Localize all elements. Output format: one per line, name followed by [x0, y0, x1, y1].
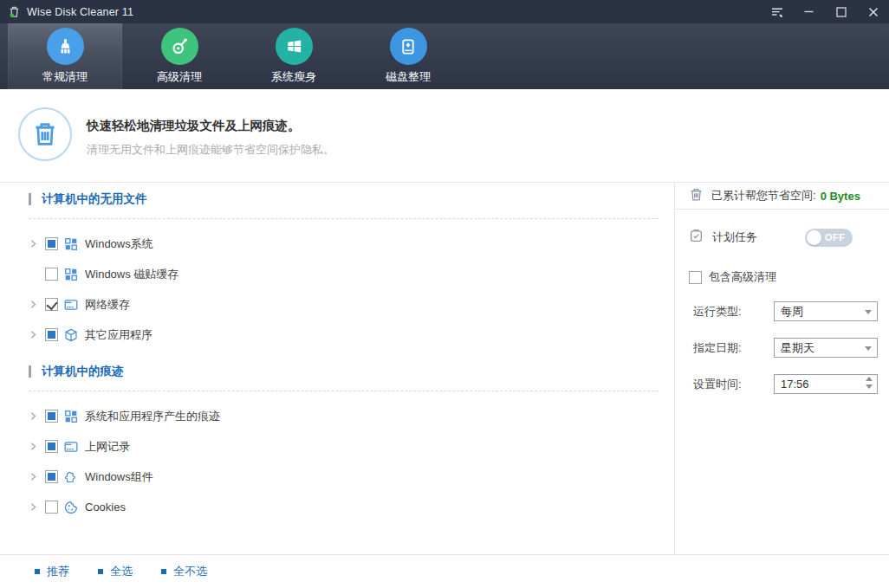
tree-row[interactable]: Cookies: [0, 492, 674, 522]
item-checkbox[interactable]: [45, 470, 58, 483]
item-label: 系统和应用程序产生的痕迹: [85, 409, 220, 424]
chevron-placeholder: [29, 268, 40, 280]
field-label: 运行类型:: [693, 304, 774, 320]
minimize-icon[interactable]: [793, 0, 825, 23]
item-checkbox[interactable]: [45, 410, 58, 423]
tree-row[interactable]: Windows组件: [0, 462, 674, 492]
footer-link-recommended[interactable]: 推荐: [35, 564, 69, 579]
footer-link-label: 全不选: [173, 564, 207, 579]
section-bar: [29, 193, 31, 205]
selected-value: 星期天: [781, 340, 814, 356]
browser-icon: [64, 440, 78, 454]
trash-circle-icon: [18, 107, 72, 161]
tree-row[interactable]: 上网记录: [0, 431, 674, 462]
maximize-icon[interactable]: [825, 0, 857, 23]
schedule-panel: 已累计帮您节省空间: 0 Bytes 计划任务 OFF 包含高级清理 运行类型:…: [674, 183, 889, 554]
chevron-down-icon: [865, 346, 872, 351]
item-checkbox[interactable]: [45, 298, 58, 311]
chevron-right-icon[interactable]: [29, 441, 40, 452]
item-checkbox[interactable]: [45, 268, 58, 281]
footer-link-label: 全选: [110, 564, 133, 579]
window-title: Wise Disk Cleaner 11: [27, 6, 133, 18]
trash-icon: [689, 187, 704, 205]
dashed-divider: [29, 391, 659, 391]
run-time-spinner[interactable]: 17:56: [774, 374, 878, 394]
form-row-run-time: 设置时间:17:56: [675, 374, 889, 394]
tab-system-slim[interactable]: 系统瘦身: [237, 23, 351, 89]
section-title: 计算机中的痕迹: [42, 364, 124, 379]
clipboard-check-icon: [689, 229, 704, 247]
section-title: 计算机中的无用文件: [42, 191, 147, 207]
item-label: Windows组件: [85, 469, 153, 485]
header: 快速轻松地清理垃圾文件及上网痕迹。 清理无用文件和上网痕迹能够节省空间保护隐私。…: [0, 89, 889, 183]
item-label: 网络缓存: [85, 297, 130, 313]
square-bullet-icon: [35, 569, 40, 574]
tiles-icon: [64, 268, 78, 281]
tab-label: 常规清理: [42, 69, 88, 85]
broom-icon: [47, 28, 84, 65]
cookie-icon: [64, 501, 78, 514]
tab-advanced-clean[interactable]: 高级清理: [122, 23, 237, 89]
chevron-right-icon[interactable]: [29, 410, 40, 422]
square-bullet-icon: [98, 569, 103, 574]
section-bar: [29, 365, 31, 378]
spinner-arrows[interactable]: [866, 377, 873, 389]
toggle-knob: [807, 230, 821, 245]
tree-row[interactable]: 其它应用程序: [0, 320, 674, 350]
item-checkbox[interactable]: [45, 237, 58, 250]
item-checkbox[interactable]: [45, 328, 58, 341]
dashed-divider: [29, 218, 659, 219]
item-label: Cookies: [85, 501, 126, 514]
selected-value: 每周: [781, 304, 803, 320]
item-checkbox[interactable]: [45, 501, 58, 514]
browser-icon: [64, 298, 78, 312]
include-advanced-row: 包含高级清理: [675, 269, 889, 285]
schedule-toggle[interactable]: OFF: [805, 229, 853, 247]
chevron-right-icon[interactable]: [29, 299, 40, 310]
form-row-run-day: 指定日期:星期天: [675, 338, 889, 358]
cleanup-tree: 计算机中的无用文件Windows系统Windows 磁贴缓存网络缓存其它应用程序…: [0, 183, 674, 554]
run-day-dropdown[interactable]: 星期天: [774, 338, 878, 358]
item-label: 上网记录: [85, 439, 130, 455]
tree-row[interactable]: 系统和应用程序产生的痕迹: [0, 401, 674, 431]
square-bullet-icon: [161, 569, 166, 574]
savings-label: 已累计帮您节省空间:: [711, 188, 816, 204]
footer-link-select-none[interactable]: 全不选: [161, 564, 207, 579]
schedule-label: 计划任务: [712, 229, 757, 245]
tree-row[interactable]: Windows 磁贴缓存: [0, 259, 674, 289]
savings-row: 已累计帮您节省空间: 0 Bytes: [675, 183, 889, 210]
time-value: 17:56: [781, 378, 809, 391]
cube-icon: [64, 328, 78, 342]
nav-tabs: 常规清理高级清理系统瘦身磁盘整理: [0, 23, 889, 89]
footer-link-select-all[interactable]: 全选: [98, 564, 133, 579]
tree-row[interactable]: 网络缓存: [0, 289, 674, 320]
navbar: 常规清理高级清理系统瘦身磁盘整理: [0, 23, 889, 89]
footer-link-label: 推荐: [47, 564, 69, 579]
chevron-right-icon[interactable]: [29, 329, 40, 340]
chevron-right-icon[interactable]: [29, 471, 40, 482]
titlebar: Wise Disk Cleaner 11: [0, 0, 889, 23]
page-subtitle: 清理无用文件和上网痕迹能够节省空间保护隐私。: [87, 142, 334, 158]
chevron-right-icon[interactable]: [29, 501, 40, 513]
disk-icon: [390, 28, 427, 65]
menu-icon[interactable]: [761, 0, 793, 23]
run-type-dropdown[interactable]: 每周: [774, 301, 878, 321]
item-checkbox[interactable]: [45, 440, 58, 453]
tab-disk-defrag[interactable]: 磁盘整理: [351, 23, 465, 89]
main-content: 计算机中的无用文件Windows系统Windows 磁贴缓存网络缓存其它应用程序…: [0, 183, 889, 554]
close-icon[interactable]: [857, 0, 889, 23]
item-label: Windows系统: [85, 236, 153, 252]
form-row-run-type: 运行类型:每周: [675, 301, 889, 321]
tiles-icon: [64, 237, 78, 251]
tab-label: 高级清理: [157, 69, 202, 85]
tab-common-clean[interactable]: 常规清理: [8, 23, 122, 89]
footer: 推荐全选全不选: [0, 554, 889, 588]
tree-row[interactable]: Windows系统: [0, 229, 674, 259]
include-advanced-label: 包含高级清理: [709, 269, 776, 285]
page-title: 快速轻松地清理垃圾文件及上网痕迹。: [87, 118, 301, 134]
schedule-form: 运行类型:每周指定日期:星期天设置时间:17:56: [675, 301, 889, 394]
chevron-right-icon[interactable]: [29, 238, 40, 249]
vacuum-icon: [161, 28, 198, 65]
section-header: 计算机中的痕迹: [29, 364, 674, 379]
include-advanced-checkbox[interactable]: [689, 271, 702, 284]
